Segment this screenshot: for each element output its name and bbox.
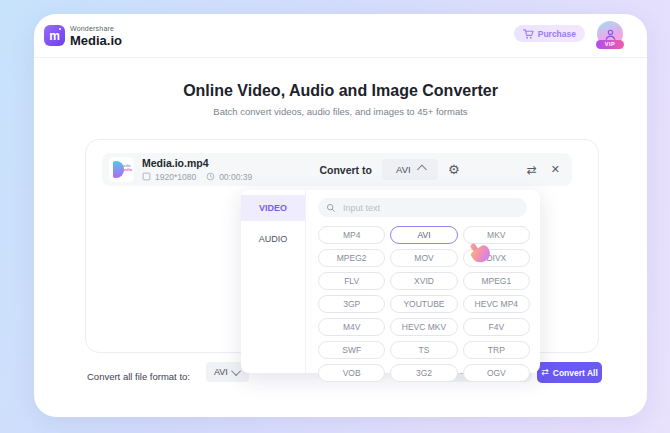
cart-icon: [523, 29, 534, 39]
remove-file-icon[interactable]: ✕: [551, 163, 560, 176]
format-chip-swf[interactable]: SWF: [318, 341, 385, 359]
format-chip-avi[interactable]: AVI: [390, 226, 457, 244]
page-background: m Wondershare Media.io Purchase VIP Onli…: [0, 0, 670, 433]
brand-mediaio: Media.io: [70, 34, 122, 47]
format-chip-mpeg1[interactable]: MPEG1: [463, 272, 530, 290]
format-chip-f4v[interactable]: F4V: [463, 318, 530, 336]
format-chip-hevc-mkv[interactable]: HEVC MKV: [390, 318, 457, 336]
page-title: Online Video, Audio and Image Converter: [34, 82, 647, 100]
settings-gear-icon[interactable]: ⚙: [448, 163, 460, 176]
convert-all-button[interactable]: ⇄ Convert All: [537, 362, 602, 383]
format-chip-mov[interactable]: MOV: [390, 249, 457, 267]
format-chip-3gp[interactable]: 3GP: [318, 295, 385, 313]
file-thumbnail: mediamedia: [109, 157, 134, 182]
tab-video[interactable]: VIDEO: [241, 195, 305, 221]
format-chip-3g2[interactable]: 3G2: [390, 364, 457, 382]
brand-wondershare: Wondershare: [70, 25, 122, 32]
thumb-brand-label: media: [120, 167, 132, 172]
chevron-up-icon: [417, 165, 427, 175]
format-grid: MP4AVIMKVMPEG2MOVDIVXFLVXVIDMPEG13GPYOUT…: [318, 226, 530, 382]
row-format-value: AVI: [396, 164, 411, 175]
format-chip-vob[interactable]: VOB: [318, 364, 385, 382]
brand[interactable]: m Wondershare Media.io: [44, 25, 122, 47]
tab-audio[interactable]: AUDIO: [241, 226, 305, 252]
format-chip-mp4[interactable]: MP4: [318, 226, 385, 244]
format-picker-panel: VIDEOAUDIO MP4AVIMKVMPEG2MOVDIVXFLVXVIDM…: [241, 190, 540, 373]
app-card: m Wondershare Media.io Purchase VIP Onli…: [34, 14, 647, 417]
purchase-label: Purchase: [538, 29, 576, 39]
format-tab-column: VIDEOAUDIO: [241, 190, 306, 373]
file-resolution: 1920*1080: [155, 173, 196, 182]
vip-badge: VIP: [596, 40, 624, 49]
purchase-button[interactable]: Purchase: [514, 25, 585, 42]
person-icon: [604, 28, 617, 41]
chevron-down-icon: [231, 366, 241, 376]
mediaio-logo-icon: m: [44, 25, 65, 46]
file-duration: 00:00:39: [219, 173, 252, 182]
file-row: mediamedia Media.io.mp4 1920*1080 00:00:…: [102, 153, 572, 186]
format-chip-ogv[interactable]: OGV: [463, 364, 530, 382]
convert-to-label: Convert to: [319, 164, 372, 176]
format-chip-mkv[interactable]: MKV: [463, 226, 530, 244]
footer-format-value: AVI: [214, 367, 228, 377]
format-chip-youtube[interactable]: YOUTUBE: [390, 295, 457, 313]
duration-icon: [206, 172, 215, 181]
format-chip-ts[interactable]: TS: [390, 341, 457, 359]
row-format-dropdown[interactable]: AVI: [382, 159, 438, 180]
page-subtitle: Batch convert videos, audio files, and i…: [34, 106, 647, 117]
convert-arrows-icon: ⇄: [541, 368, 549, 377]
format-chip-mpeg2[interactable]: MPEG2: [318, 249, 385, 267]
header: m Wondershare Media.io Purchase VIP: [34, 14, 647, 58]
format-chip-flv[interactable]: FLV: [318, 272, 385, 290]
search-icon: [326, 203, 336, 213]
resolution-icon: [142, 172, 151, 181]
convert-all-format-label: Convert all file format to:: [87, 366, 190, 387]
format-chip-xvid[interactable]: XVID: [390, 272, 457, 290]
format-chip-hevc-mp4[interactable]: HEVC MP4: [463, 295, 530, 313]
format-search-input[interactable]: [341, 202, 495, 214]
convert-all-label: Convert All: [553, 368, 598, 378]
swap-convert-icon[interactable]: ⇄: [527, 163, 537, 177]
format-chip-m4v[interactable]: M4V: [318, 318, 385, 336]
file-name: Media.io.mp4: [142, 158, 252, 169]
format-chip-trp[interactable]: TRP: [463, 341, 530, 359]
format-search[interactable]: [318, 198, 527, 217]
format-chip-divx[interactable]: DIVX: [463, 249, 530, 267]
